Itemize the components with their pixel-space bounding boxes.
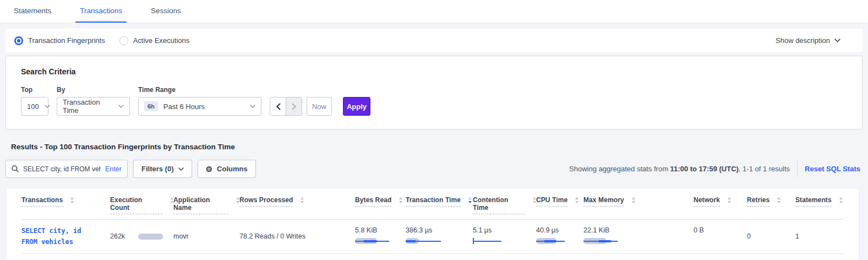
column-header-retries[interactable]: Retries	[747, 196, 795, 219]
search-icon	[12, 165, 19, 172]
columns-button[interactable]: ⚙ Columns	[198, 160, 256, 178]
filters-button[interactable]: Filters (0)	[133, 160, 192, 178]
chevron-down-icon	[178, 167, 184, 171]
search-criteria-card: Search Criteria Top 100 By Transaction T…	[6, 56, 862, 129]
radio-transaction-fingerprints[interactable]: Transaction Fingerprints	[14, 36, 105, 45]
bytes-read-cell: 5.8 KiB	[355, 220, 406, 253]
aggregated-stats-text: Showing aggregated stats from 11:00 to 1…	[569, 165, 790, 173]
column-header-cpu-time[interactable]: CPU Time	[536, 196, 583, 219]
transaction-time-cell: 386.3 µs	[406, 220, 473, 253]
view-toggle-band: Transaction Fingerprints Active Executio…	[6, 29, 862, 52]
column-header-rows-processed[interactable]: Rows Processed	[239, 196, 355, 219]
transaction-fingerprint-link[interactable]: SELECT city, id FROM vehicles	[21, 220, 110, 253]
tab-transactions[interactable]: Transactions	[75, 0, 127, 23]
sql-search-input[interactable]: SELECT city, id FROM vehicles W Enter	[6, 160, 128, 178]
time-range-control: Time Range 6h Past 6 Hours	[138, 86, 261, 116]
top-label: Top	[21, 86, 48, 94]
radio-unselected-icon[interactable]	[119, 36, 128, 45]
next-time-window-button[interactable]	[286, 97, 302, 116]
top-select[interactable]: 100	[21, 97, 48, 116]
column-header-execution-count[interactable]: Execution Count	[110, 196, 173, 219]
column-header-application-name[interactable]: Application Name	[173, 196, 239, 219]
transaction-time-bar	[406, 238, 444, 245]
time-range-badge: 6h	[144, 101, 158, 111]
chevron-left-icon	[276, 103, 281, 110]
radio-selected-icon[interactable]	[14, 36, 23, 45]
retries-cell: 0	[747, 220, 795, 253]
results-table: Transactions Execution Count Application…	[7, 188, 859, 260]
sort-icon[interactable]	[777, 197, 780, 203]
execution-count-cell: 262k	[110, 220, 173, 253]
table-header-row: Transactions Execution Count Application…	[21, 188, 844, 220]
radio-label: Transaction Fingerprints	[28, 36, 105, 45]
sort-icon[interactable]	[70, 197, 74, 203]
chevron-down-icon	[39, 105, 50, 108]
enter-button[interactable]: Enter	[105, 165, 122, 173]
previous-time-window-button[interactable]	[270, 97, 286, 116]
time-window-pager	[270, 97, 302, 116]
max-memory-cell: 22.1 KiB	[583, 220, 694, 253]
top-control: Top 100	[21, 86, 48, 116]
tab-statements[interactable]: Statements	[9, 0, 56, 23]
cpu-time-bar	[536, 238, 575, 245]
max-memory-bar	[583, 238, 622, 245]
results-title: Results - Top 100 Transaction Fingerprin…	[11, 143, 857, 151]
sort-icon[interactable]	[301, 197, 304, 203]
radio-active-executions[interactable]: Active Executions	[119, 36, 190, 45]
search-query-text[interactable]: SELECT city, id FROM vehicles W	[23, 165, 101, 173]
execution-count-bar	[138, 234, 163, 240]
chevron-down-icon	[834, 39, 840, 42]
contention-time-cell: 5.1 µs	[473, 220, 536, 253]
show-description-toggle[interactable]: Show description	[776, 36, 840, 45]
by-select[interactable]: Transaction Time	[57, 97, 130, 116]
radio-label: Active Executions	[133, 36, 190, 45]
by-label: By	[57, 86, 130, 94]
tab-sessions[interactable]: Sessions	[146, 0, 185, 23]
column-header-contention-time[interactable]: Contention Time	[473, 196, 536, 219]
sort-icon[interactable]	[575, 197, 578, 203]
time-range-label: Time Range	[138, 86, 261, 94]
divider	[797, 161, 798, 177]
rows-processed-cell: 78.2 Reads / 0 Writes	[239, 220, 355, 253]
statements-cell: 1	[795, 220, 844, 253]
chevron-right-icon	[292, 103, 297, 110]
bytes-read-bar	[355, 238, 394, 245]
column-header-max-memory[interactable]: Max Memory	[583, 196, 694, 219]
search-criteria-title: Search Criteria	[21, 67, 847, 76]
by-control: By Transaction Time	[57, 86, 130, 116]
stats-time-range: 11:00 to 17:59 (UTC)	[670, 165, 739, 173]
chevron-down-icon	[113, 105, 124, 108]
contention-time-bar	[473, 238, 511, 245]
sort-desc-icon[interactable]	[468, 197, 472, 203]
application-name-cell: movr	[173, 220, 239, 253]
page-tabbar: Statements Transactions Sessions	[0, 0, 868, 23]
column-header-transaction-time[interactable]: Transaction Time	[406, 196, 473, 219]
column-header-statements[interactable]: Statements	[795, 196, 844, 219]
now-button[interactable]: Now	[307, 97, 332, 116]
sort-icon[interactable]	[632, 197, 635, 203]
chevron-down-icon	[244, 105, 255, 108]
sort-icon[interactable]	[839, 197, 843, 203]
sort-icon[interactable]	[399, 197, 402, 203]
time-range-select[interactable]: 6h Past 6 Hours	[138, 97, 261, 116]
network-cell: 0 B	[694, 220, 747, 253]
column-header-transactions[interactable]: Transactions	[21, 196, 110, 219]
results-toolbar: SELECT city, id FROM vehicles W Enter Fi…	[6, 160, 860, 178]
column-header-bytes-read[interactable]: Bytes Read	[355, 196, 406, 219]
reset-sql-stats-link[interactable]: Reset SQL Stats	[805, 165, 860, 173]
apply-button[interactable]: Apply	[343, 97, 370, 116]
sort-icon[interactable]	[728, 197, 731, 203]
table-row: SELECT city, id FROM vehicles 262k movr …	[21, 220, 844, 254]
column-header-network[interactable]: Network	[694, 196, 747, 219]
gear-icon: ⚙	[206, 165, 213, 174]
transaction-cell: SELECT city, id FROM vehicles	[21, 220, 110, 253]
cpu-time-cell: 40.9 µs	[536, 220, 583, 253]
